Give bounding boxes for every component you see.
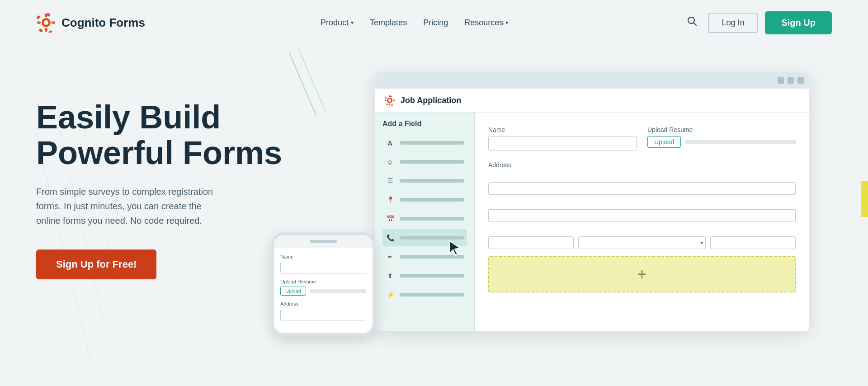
nav-templates[interactable]: Templates [370,18,407,28]
navbar: Cognito Forms Product ▾ Templates Pricin… [0,0,868,45]
field-item-line [400,198,464,202]
phone-name-input [280,262,366,273]
text-field-icon: A [385,138,395,148]
field-item-line [400,274,464,278]
svg-line-11 [694,23,697,26]
nav-links: Product ▾ Templates Pricing Resources ▾ [321,18,508,28]
field-panel: Add a Field A ☺ ☰ 📍 [375,113,475,331]
svg-rect-6 [36,15,40,20]
pen-field-icon: ✒ [385,252,395,262]
add-field-plus-icon: + [637,265,646,284]
svg-rect-22 [393,100,395,101]
svg-rect-5 [52,22,55,24]
phone-notch-bar [274,235,373,248]
logo-icon [36,13,56,33]
emoji-field-icon: ☺ [385,157,395,167]
hero-content: Easily Build Powerful Forms From simple … [36,63,289,279]
address-state-select[interactable] [578,236,705,249]
phone-address-input [280,309,366,320]
address-street2-input[interactable] [488,209,796,222]
chevron-down-icon: ▾ [505,19,508,26]
phone-address-label: Address [280,301,366,306]
field-item-pen: ✒ [382,248,467,265]
upload-area: Upload [647,136,796,148]
field-item-list: ☰ [382,172,467,189]
svg-point-1 [44,20,48,25]
address-zip-input[interactable] [710,236,796,249]
hero-subtitle: From simple surveys to complex registrat… [36,184,226,228]
svg-rect-19 [389,95,391,97]
field-item-line [400,236,464,240]
svg-rect-3 [45,28,47,32]
address-city-input[interactable] [488,236,574,249]
decorative-yellow-bar [861,181,868,217]
form-title: Job Application [401,96,461,105]
signup-button[interactable]: Sign Up [765,11,832,34]
form-group-address: Address ▾ [488,161,796,249]
svg-rect-4 [37,22,41,24]
hero-section: Easily Build Powerful Forms From simple … [0,45,868,386]
phone-name-label: Name [280,254,366,259]
add-field-box[interactable]: + [488,256,796,292]
field-item-bolt: ⚡ [382,286,467,303]
phone-upload-label: Upload Resume [280,279,366,284]
search-icon [687,16,697,26]
upload-button[interactable]: Upload [647,136,681,148]
name-input[interactable] [488,136,637,151]
field-item-line [400,141,464,145]
hero-title: Easily Build Powerful Forms [36,99,289,171]
address-label: Address [488,161,796,169]
svg-rect-21 [385,100,387,101]
bolt-field-icon: ⚡ [385,290,395,300]
field-item-phone: 📞 [382,229,467,246]
field-item-line [400,255,464,259]
phone-field-icon: 📞 [385,233,395,243]
window-titlebar [375,72,809,89]
list-field-icon: ☰ [385,176,395,186]
nav-resources[interactable]: Resources ▾ [464,18,508,28]
chevron-down-icon: ▾ [351,19,354,26]
phone-upload-button[interactable]: Upload [280,287,306,296]
field-item-emoji: ☺ [382,153,467,170]
form-row-name-upload: Name Upload Resume Upload [488,126,796,151]
phone-mockup: Name Upload Resume Upload Address [271,232,375,336]
window-btn-maximize [788,77,794,84]
logo-text: Cognito Forms [61,16,145,30]
window-btn-close [797,77,804,84]
phone-upload-area: Upload [280,287,366,296]
field-item-upload: ⬆ [382,267,467,284]
logo-link[interactable]: Cognito Forms [36,13,145,33]
upload-field-icon: ⬆ [385,271,395,281]
search-button[interactable] [684,13,701,33]
field-item-calendar: 📅 [382,210,467,227]
nav-pricing[interactable]: Pricing [423,18,448,28]
svg-rect-25 [386,103,388,105]
location-field-icon: 📍 [385,195,395,205]
form-group-upload: Upload Resume Upload [647,126,796,151]
form-panel: Name Upload Resume Upload Address [475,113,809,331]
svg-rect-8 [39,28,43,33]
cta-button[interactable]: Sign Up for Free! [36,249,156,279]
svg-rect-24 [390,95,392,98]
desktop-window: Job Application Add a Field A ☺ [375,72,809,331]
svg-rect-9 [48,30,52,33]
svg-rect-20 [389,104,391,105]
svg-rect-26 [391,104,393,106]
svg-point-18 [388,99,391,102]
address-street-input[interactable] [488,182,796,195]
address-row-city-state-zip: ▾ [488,236,796,249]
hero-form-preview: Name Upload Resume Upload Address [316,72,832,331]
address-state-wrapper: ▾ [578,236,705,249]
name-label: Name [488,126,637,133]
phone-content: Name Upload Resume Upload Address [274,248,373,320]
nav-actions: Log In Sign Up [684,11,832,34]
login-button[interactable]: Log In [708,13,758,33]
svg-line-15 [289,53,316,116]
field-panel-title: Add a Field [382,120,467,128]
svg-rect-23 [385,97,387,99]
window-btn-minimize [778,77,784,84]
nav-product[interactable]: Product ▾ [321,18,354,28]
form-title-bar: Job Application [375,89,809,113]
phone-notch [310,240,337,243]
form-group-name: Name [488,126,637,151]
